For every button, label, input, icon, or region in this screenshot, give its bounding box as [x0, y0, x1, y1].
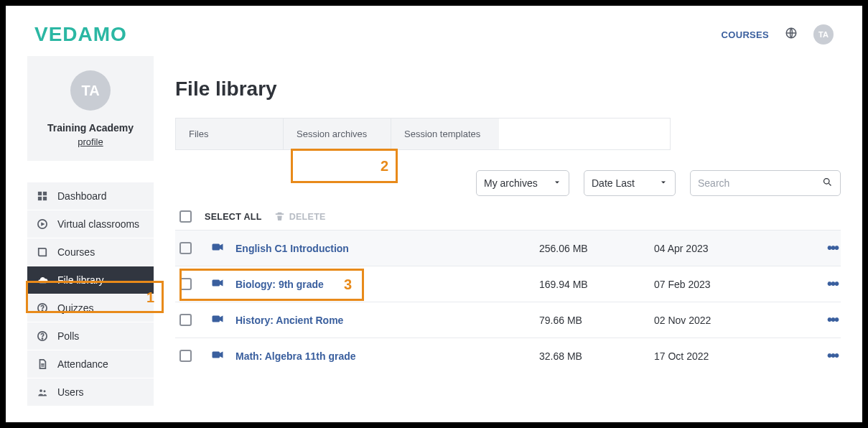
delete-label: DELETE [289, 212, 326, 222]
row-checkbox[interactable] [179, 278, 192, 290]
camera-icon [211, 348, 235, 364]
avatar[interactable]: TA [813, 24, 834, 45]
row-checkbox[interactable] [179, 314, 192, 326]
search-box[interactable] [690, 170, 841, 196]
sidebar-item-courses[interactable]: Courses [27, 238, 154, 266]
row-date: 04 Apr 2023 [654, 243, 798, 254]
org-profile-link[interactable]: profile [78, 136, 103, 147]
question-icon [37, 303, 48, 313]
row-name-link[interactable]: English C1 Introduction [235, 243, 539, 254]
camera-icon [211, 241, 235, 256]
svg-rect-17 [213, 279, 220, 286]
svg-rect-3 [38, 197, 42, 200]
svg-marker-22 [220, 351, 223, 358]
row-date: 02 Nov 2022 [654, 315, 798, 326]
row-date: 07 Feb 2023 [654, 279, 798, 290]
row-name-link[interactable]: Biology: 9th grade [235, 279, 539, 290]
trash-icon [275, 211, 284, 223]
svg-point-13 [824, 178, 830, 184]
select-value: Date Last [592, 177, 635, 189]
sidebar-item-file-library[interactable]: File library [27, 266, 154, 294]
org-card: TA Training Academy profile [27, 56, 154, 161]
svg-marker-20 [220, 315, 223, 322]
row-name-link[interactable]: History: Ancient Rome [235, 315, 539, 326]
question-icon [37, 331, 48, 341]
row-date: 17 Oct 2022 [654, 350, 798, 362]
chevron-down-icon [553, 177, 561, 189]
select-all-checkbox[interactable] [179, 210, 192, 223]
row-size: 256.06 MB [539, 243, 654, 254]
controls: My archives Date Last [175, 170, 841, 196]
sidebar-item-virtual-classrooms[interactable]: Virtual classrooms [27, 210, 154, 238]
sort-select[interactable]: Date Last [584, 170, 676, 196]
svg-point-11 [39, 389, 42, 392]
row-size: 32.68 MB [539, 350, 654, 362]
camera-icon [211, 276, 235, 292]
play-circle-icon [37, 219, 48, 229]
tab-session-templates[interactable]: Session templates [391, 118, 499, 149]
svg-rect-15 [213, 243, 220, 250]
main: File library Files Session archives Sess… [154, 56, 862, 422]
svg-rect-19 [213, 315, 220, 322]
users-icon [37, 387, 48, 398]
tab-files[interactable]: Files [176, 118, 284, 149]
sidebar-item-users[interactable]: Users [27, 378, 154, 406]
sidebar-item-attendance[interactable]: Attendance [27, 350, 154, 378]
table-row[interactable]: History: Ancient Rome 79.66 MB 02 Nov 20… [175, 302, 841, 338]
topbar-right: COURSES TA [722, 24, 834, 45]
svg-marker-6 [41, 222, 45, 225]
select-value: My archives [484, 177, 538, 189]
row-menu-icon[interactable]: ••• [798, 348, 841, 364]
topbar: VEDAMO COURSES TA [6, 6, 862, 56]
svg-line-14 [829, 183, 831, 185]
row-size: 79.66 MB [539, 315, 654, 326]
row-checkbox[interactable] [179, 350, 192, 362]
svg-rect-1 [38, 192, 42, 195]
brand-logo: VEDAMO [34, 23, 127, 46]
row-checkbox[interactable] [179, 242, 192, 254]
table-row[interactable]: English C1 Introduction 256.06 MB 04 Apr… [175, 230, 841, 266]
grid-icon [37, 191, 48, 201]
sidebar-item-label: Dashboard [57, 190, 107, 202]
row-menu-icon[interactable]: ••• [798, 276, 841, 292]
cloud-upload-icon [37, 275, 48, 286]
sidebar-item-label: Attendance [57, 358, 108, 370]
globe-icon[interactable] [785, 27, 798, 42]
sidebar: TA Training Academy profile Dashboard Vi… [6, 56, 154, 422]
file-icon [37, 359, 48, 369]
svg-point-10 [42, 338, 42, 339]
sidebar-item-label: Quizzes [57, 302, 94, 314]
org-name: Training Academy [34, 122, 146, 134]
row-size: 169.94 MB [539, 279, 654, 290]
chevron-down-icon [659, 177, 668, 189]
delete-button[interactable]: DELETE [275, 211, 326, 223]
sidebar-item-label: Users [57, 386, 84, 398]
sidebar-item-label: File library [57, 274, 104, 286]
archive-scope-select[interactable]: My archives [476, 170, 569, 196]
table-row[interactable]: Biology: 9th grade 169.94 MB 07 Feb 2023… [175, 266, 841, 302]
svg-marker-18 [220, 279, 223, 286]
sidebar-nav: Dashboard Virtual classrooms Courses Fil… [27, 182, 154, 406]
org-avatar: TA [70, 70, 111, 111]
svg-rect-2 [43, 192, 47, 195]
row-name-link[interactable]: Math: Algebra 11th grade [235, 350, 539, 362]
table-row[interactable]: Math: Algebra 11th grade 32.68 MB 17 Oct… [175, 338, 841, 373]
sidebar-item-polls[interactable]: Polls [27, 322, 154, 350]
sidebar-item-label: Virtual classrooms [57, 218, 139, 230]
row-menu-icon[interactable]: ••• [798, 240, 841, 256]
page-title: File library [175, 78, 841, 101]
courses-link[interactable]: COURSES [722, 29, 769, 40]
sidebar-item-dashboard[interactable]: Dashboard [27, 182, 154, 210]
svg-rect-4 [43, 197, 47, 200]
search-icon[interactable] [822, 177, 833, 190]
svg-marker-16 [220, 243, 223, 250]
row-menu-icon[interactable]: ••• [798, 312, 841, 328]
svg-point-8 [42, 310, 42, 311]
select-all-button[interactable]: SELECT ALL [205, 212, 262, 222]
search-input[interactable] [698, 177, 822, 189]
tab-session-archives[interactable]: Session archives [284, 118, 391, 149]
sidebar-item-quizzes[interactable]: Quizzes [27, 294, 154, 322]
sidebar-item-label: Polls [57, 330, 79, 342]
svg-point-12 [43, 390, 45, 392]
svg-rect-21 [213, 351, 220, 358]
